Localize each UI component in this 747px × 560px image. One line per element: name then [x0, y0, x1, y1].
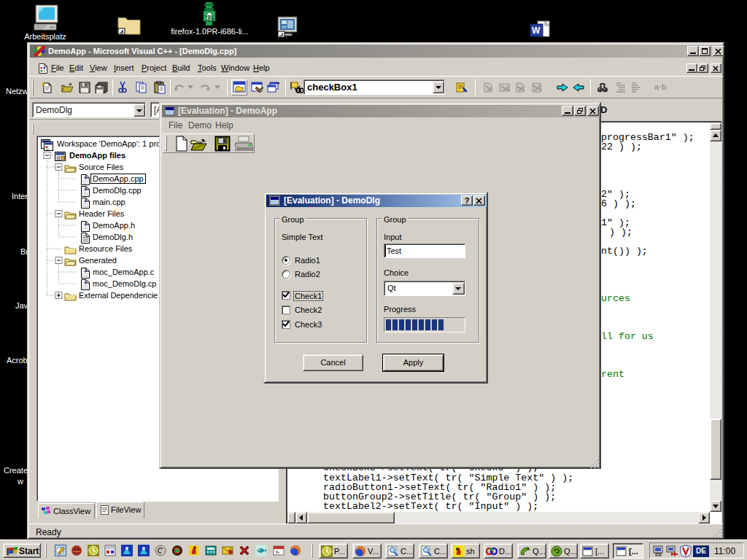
svg-text:Fx: Fx — [208, 16, 214, 21]
svg-text:W: W — [532, 26, 541, 36]
